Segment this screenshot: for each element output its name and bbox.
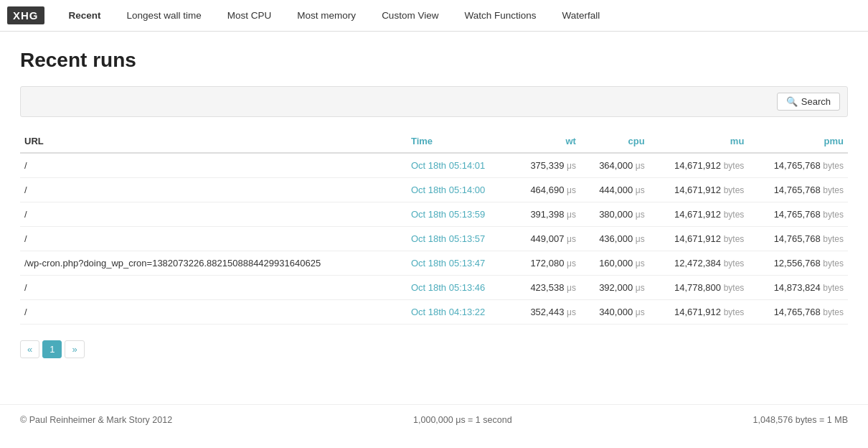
- cell-cpu-0: 364,000 μs: [580, 153, 649, 178]
- footer-note2: 1,048,576 bytes = 1 MB: [753, 415, 848, 425]
- page-footer: © Paul Reinheimer & Mark Story 2012 1,00…: [0, 404, 868, 435]
- nav-link-recent[interactable]: Recent: [56, 0, 114, 32]
- url-link-6[interactable]: /: [24, 307, 27, 317]
- table-row: /wp-cron.php?doing_wp_cron=1382073226.88…: [20, 251, 848, 276]
- runs-table: URL Time wt cpu mu pmu / Oct 18th 05:14:…: [20, 130, 848, 325]
- main-content: Recent runs 🔍 Search URL Time wt cpu mu …: [0, 32, 868, 375]
- cell-cpu-2: 380,000 μs: [580, 202, 649, 227]
- search-label: Search: [801, 96, 831, 107]
- table-header: URL Time wt cpu mu pmu: [20, 130, 848, 153]
- cell-mu-5: 14,778,800 bytes: [649, 276, 749, 300]
- url-link-1[interactable]: /: [24, 185, 27, 195]
- time-link-2[interactable]: Oct 18th 05:13:59: [411, 209, 485, 220]
- cell-pmu-4: 12,556,768 bytes: [748, 251, 848, 276]
- cell-time-2: Oct 18th 05:13:59: [407, 202, 511, 227]
- nav-link-watch[interactable]: Watch Functions: [451, 0, 549, 32]
- search-button[interactable]: 🔍 Search: [777, 93, 840, 111]
- cell-url-1: /: [20, 178, 407, 202]
- cell-wt-4: 172,080 μs: [511, 251, 580, 276]
- col-header-wt: wt: [511, 130, 580, 153]
- table-body: / Oct 18th 05:14:01 375,339 μs 364,000 μ…: [20, 153, 848, 325]
- cell-url-6: /: [20, 300, 407, 325]
- cell-wt-1: 464,690 μs: [511, 178, 580, 202]
- cell-cpu-3: 436,000 μs: [580, 227, 649, 251]
- cell-url-4: /wp-cron.php?doing_wp_cron=1382073226.88…: [20, 251, 407, 276]
- footer-copyright: © Paul Reinheimer & Mark Story 2012: [20, 415, 172, 425]
- cell-pmu-6: 14,765,768 bytes: [748, 300, 848, 325]
- table-row: / Oct 18th 05:13:46 423,538 μs 392,000 μ…: [20, 276, 848, 300]
- app-logo[interactable]: XHG: [7, 6, 44, 24]
- nav-item-longest[interactable]: Longest wall time: [114, 0, 214, 32]
- cell-mu-3: 14,671,912 bytes: [649, 227, 749, 251]
- cell-wt-3: 449,007 μs: [511, 227, 580, 251]
- nav-item-cpu[interactable]: Most CPU: [214, 0, 285, 32]
- cell-time-6: Oct 18th 04:13:22: [407, 300, 511, 325]
- url-link-3[interactable]: /: [24, 233, 27, 244]
- cell-pmu-5: 14,873,824 bytes: [748, 276, 848, 300]
- pagination-current[interactable]: 1: [42, 340, 62, 358]
- cell-time-1: Oct 18th 05:14:00: [407, 178, 511, 202]
- cell-wt-0: 375,339 μs: [511, 153, 580, 178]
- table-row: / Oct 18th 05:14:00 464,690 μs 444,000 μ…: [20, 178, 848, 202]
- pagination-prev[interactable]: «: [20, 340, 39, 358]
- cell-url-3: /: [20, 227, 407, 251]
- cell-pmu-1: 14,765,768 bytes: [748, 178, 848, 202]
- nav-link-custom[interactable]: Custom View: [369, 0, 451, 32]
- cell-mu-0: 14,671,912 bytes: [649, 153, 749, 178]
- time-link-6[interactable]: Oct 18th 04:13:22: [411, 307, 485, 317]
- cell-wt-5: 423,538 μs: [511, 276, 580, 300]
- nav-item-waterfall[interactable]: Waterfall: [549, 0, 613, 32]
- nav-menu: Recent Longest wall time Most CPU Most m…: [56, 0, 613, 32]
- col-header-pmu: pmu: [748, 130, 848, 153]
- search-icon: 🔍: [786, 96, 798, 107]
- table-row: / Oct 18th 04:13:22 352,443 μs 340,000 μ…: [20, 300, 848, 325]
- search-bar: 🔍 Search: [20, 86, 848, 117]
- cell-mu-4: 12,472,384 bytes: [649, 251, 749, 276]
- nav-item-memory[interactable]: Most memory: [284, 0, 369, 32]
- cell-time-5: Oct 18th 05:13:46: [407, 276, 511, 300]
- top-nav: XHG Recent Longest wall time Most CPU Mo…: [0, 0, 868, 32]
- cell-pmu-2: 14,765,768 bytes: [748, 202, 848, 227]
- time-link-0[interactable]: Oct 18th 05:14:01: [411, 160, 485, 171]
- table-row: / Oct 18th 05:14:01 375,339 μs 364,000 μ…: [20, 153, 848, 178]
- nav-link-memory[interactable]: Most memory: [284, 0, 369, 32]
- cell-wt-6: 352,443 μs: [511, 300, 580, 325]
- url-link-2[interactable]: /: [24, 209, 27, 220]
- pagination: « 1 »: [20, 340, 848, 358]
- nav-item-custom[interactable]: Custom View: [369, 0, 451, 32]
- time-link-5[interactable]: Oct 18th 05:13:46: [411, 282, 485, 293]
- cell-cpu-4: 160,000 μs: [580, 251, 649, 276]
- url-link-4[interactable]: /wp-cron.php?doing_wp_cron=1382073226.88…: [24, 258, 321, 269]
- cell-url-2: /: [20, 202, 407, 227]
- time-link-1[interactable]: Oct 18th 05:14:00: [411, 185, 485, 195]
- url-link-5[interactable]: /: [24, 282, 27, 293]
- time-link-3[interactable]: Oct 18th 05:13:57: [411, 233, 485, 244]
- pagination-next[interactable]: »: [65, 340, 84, 358]
- cell-url-5: /: [20, 276, 407, 300]
- page-title: Recent runs: [20, 49, 848, 72]
- cell-pmu-3: 14,765,768 bytes: [748, 227, 848, 251]
- nav-link-waterfall[interactable]: Waterfall: [549, 0, 613, 32]
- footer-note1: 1,000,000 μs = 1 second: [413, 415, 512, 425]
- cell-cpu-5: 392,000 μs: [580, 276, 649, 300]
- time-link-4[interactable]: Oct 18th 05:13:47: [411, 258, 485, 269]
- table-row: / Oct 18th 05:13:59 391,398 μs 380,000 μ…: [20, 202, 848, 227]
- nav-link-cpu[interactable]: Most CPU: [214, 0, 285, 32]
- nav-link-longest[interactable]: Longest wall time: [114, 0, 214, 32]
- col-header-cpu: cpu: [580, 130, 649, 153]
- cell-time-0: Oct 18th 05:14:01: [407, 153, 511, 178]
- url-link-0[interactable]: /: [24, 160, 27, 171]
- cell-cpu-1: 444,000 μs: [580, 178, 649, 202]
- table-row: / Oct 18th 05:13:57 449,007 μs 436,000 μ…: [20, 227, 848, 251]
- cell-mu-1: 14,671,912 bytes: [649, 178, 749, 202]
- nav-item-watch[interactable]: Watch Functions: [451, 0, 549, 32]
- cell-mu-6: 14,671,912 bytes: [649, 300, 749, 325]
- cell-cpu-6: 340,000 μs: [580, 300, 649, 325]
- cell-time-4: Oct 18th 05:13:47: [407, 251, 511, 276]
- cell-time-3: Oct 18th 05:13:57: [407, 227, 511, 251]
- cell-mu-2: 14,671,912 bytes: [649, 202, 749, 227]
- col-header-time: Time: [407, 130, 511, 153]
- nav-item-recent[interactable]: Recent: [56, 0, 114, 32]
- cell-url-0: /: [20, 153, 407, 178]
- col-header-url: URL: [20, 130, 407, 153]
